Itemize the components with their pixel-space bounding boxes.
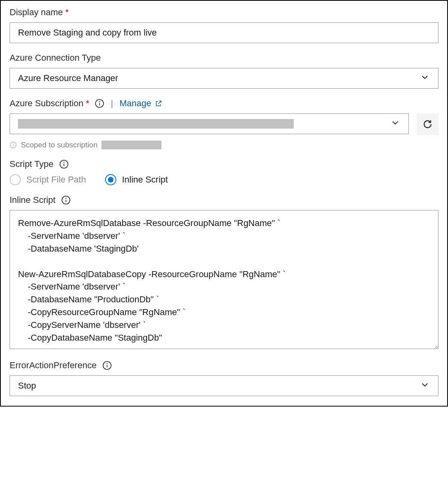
svg-point-5 (13, 143, 14, 144)
subscription-value-redacted (18, 119, 294, 129)
connection-type-field: Azure Connection Type Azure Resource Man… (10, 53, 438, 89)
radio-script-file-path[interactable]: Script File Path (10, 174, 86, 185)
manage-link-text: Manage (119, 98, 151, 109)
error-pref-value: Stop (18, 381, 36, 391)
radio-file-path-label: Script File Path (26, 175, 86, 185)
chevron-down-icon (420, 380, 429, 391)
inline-script-field: Inline Script (10, 195, 438, 351)
info-icon (10, 141, 17, 149)
radio-checked-icon (105, 174, 116, 185)
subscription-scope-note: Scoped to subscription (10, 141, 438, 149)
chevron-down-icon (420, 73, 429, 84)
subscription-field: Azure Subscription * | Manage (10, 98, 438, 149)
radio-inline-label: Inline Script (122, 175, 168, 185)
connection-type-select[interactable]: Azure Resource Manager (10, 68, 438, 89)
info-icon[interactable] (102, 361, 112, 370)
info-icon[interactable] (59, 159, 69, 169)
svg-point-14 (106, 363, 107, 364)
connection-type-label: Azure Connection Type (10, 53, 101, 63)
error-pref-field: ErrorActionPreference Stop (10, 360, 438, 396)
info-icon[interactable] (61, 195, 71, 205)
external-link-icon (155, 100, 162, 107)
radio-unchecked-icon (10, 174, 21, 185)
inline-script-textarea[interactable] (10, 210, 438, 349)
connection-type-value: Azure Resource Manager (18, 73, 118, 83)
refresh-icon (422, 119, 433, 129)
svg-point-8 (63, 162, 64, 163)
display-name-input[interactable] (10, 22, 438, 43)
display-name-label: Display name * (10, 7, 69, 18)
svg-line-3 (159, 101, 161, 104)
subscription-scope-text: Scoped to subscription (21, 141, 98, 149)
script-type-label: Script Type (10, 159, 54, 169)
svg-point-1 (99, 101, 100, 102)
error-pref-label: ErrorActionPreference (10, 360, 97, 371)
refresh-button[interactable] (417, 113, 438, 135)
subscription-scope-redacted (102, 141, 161, 149)
chevron-down-icon (391, 118, 400, 129)
required-asterisk: * (86, 98, 90, 109)
script-type-field: Script Type Script File Path Inline Scri… (10, 159, 438, 185)
svg-point-11 (66, 198, 66, 198)
subscription-label: Azure Subscription * (10, 98, 89, 109)
radio-inline-script[interactable]: Inline Script (105, 174, 168, 185)
subscription-label-text: Azure Subscription (10, 98, 84, 109)
error-pref-select[interactable]: Stop (10, 375, 438, 396)
info-icon[interactable] (95, 99, 104, 108)
display-name-label-text: Display name (10, 7, 63, 18)
inline-script-label: Inline Script (10, 195, 56, 205)
manage-link[interactable]: Manage (119, 98, 163, 109)
required-asterisk: * (65, 7, 69, 18)
display-name-field: Display name * (10, 7, 438, 43)
separator: | (110, 98, 114, 109)
subscription-select[interactable] (10, 113, 409, 134)
